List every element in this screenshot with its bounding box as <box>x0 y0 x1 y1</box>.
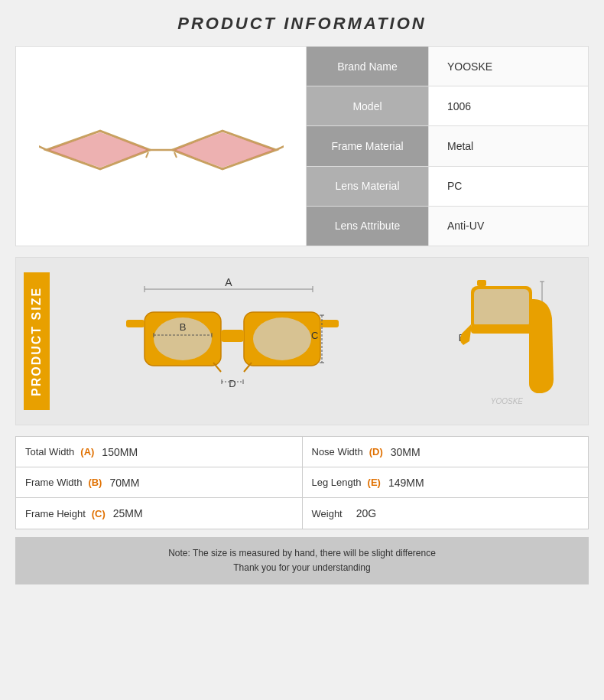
nose-width-label: Nose Width <box>312 446 363 457</box>
label-lens-material: Lens Material <box>307 167 429 206</box>
svg-rect-19 <box>320 320 339 327</box>
meas-cell-frame-height: Frame Height (C) 25MM <box>16 498 303 529</box>
product-image-box <box>16 47 307 246</box>
svg-marker-1 <box>48 132 148 168</box>
meas-cell-frame-width: Frame Width (B) 70MM <box>16 467 303 497</box>
svg-rect-18 <box>126 320 145 327</box>
svg-line-8 <box>174 152 177 158</box>
svg-line-5 <box>39 145 47 150</box>
label-brand: Brand Name <box>307 47 429 86</box>
label-lens-attribute: Lens Attribute <box>307 207 429 246</box>
note-box: Note: The size is measured by hand, ther… <box>15 537 589 584</box>
leg-length-value: 149MM <box>388 477 424 489</box>
meas-cell-nose-width: Nose Width (D) 30MM <box>303 437 589 467</box>
size-section: PRODUCT SIZE A <box>15 257 589 425</box>
meas-row-2: Frame Width (B) 70MM Leg Length (E) 149M… <box>16 467 588 498</box>
total-width-label: Total Width <box>25 446 74 457</box>
svg-marker-3 <box>174 132 274 168</box>
svg-rect-41 <box>471 324 532 334</box>
meas-row-3: Frame Height (C) 25MM Weight 20G <box>16 498 588 529</box>
value-lens-attribute: Anti-UV <box>429 207 588 246</box>
top-section: Brand Name YOOSKE Model 1006 Frame Mater… <box>15 46 589 246</box>
note-line2: Thank you for your understanding <box>31 561 573 575</box>
svg-line-7 <box>146 152 148 158</box>
leg-length-letter: (E) <box>368 477 381 488</box>
info-row-brand: Brand Name YOOSKE <box>307 47 588 86</box>
svg-text:D: D <box>229 378 235 389</box>
info-table: Brand Name YOOSKE Model 1006 Frame Mater… <box>307 47 588 246</box>
svg-line-6 <box>276 145 284 150</box>
value-frame-material: Metal <box>429 126 588 165</box>
total-width-letter: (A) <box>80 446 94 457</box>
total-width-value: 150MM <box>102 446 138 458</box>
nose-width-letter: (D) <box>369 446 383 457</box>
svg-text:A: A <box>225 276 232 288</box>
frame-width-value: 70MM <box>109 477 139 489</box>
frame-width-letter: (B) <box>88 477 102 488</box>
glasses-side-svg: E YOOSKE <box>416 272 569 410</box>
info-row-model: Model 1006 <box>307 86 588 126</box>
frame-height-letter: (C) <box>92 508 106 519</box>
svg-rect-17 <box>221 330 244 342</box>
value-brand: YOOSKE <box>429 47 588 86</box>
label-model: Model <box>307 86 429 125</box>
svg-rect-40 <box>474 289 529 327</box>
nose-width-value: 30MM <box>391 446 421 458</box>
page-title: PRODUCT INFORMATION <box>15 14 589 34</box>
svg-text:B: B <box>180 321 187 333</box>
frame-height-value: 25MM <box>113 507 143 519</box>
value-model: 1006 <box>429 86 588 125</box>
value-lens-material: PC <box>429 167 588 206</box>
weight-value: 20G <box>356 507 376 519</box>
svg-text:YOOSKE: YOOSKE <box>491 397 524 405</box>
weight-label: Weight <box>312 508 343 519</box>
svg-point-16 <box>253 317 311 360</box>
meas-cell-leg-length: Leg Length (E) 149MM <box>303 467 589 497</box>
frame-height-label: Frame Height <box>25 508 86 519</box>
measurements-table: Total Width (A) 150MM Nose Width (D) 30M… <box>15 436 589 529</box>
product-image <box>39 108 284 184</box>
svg-text:C: C <box>311 330 318 341</box>
info-row-lens-attribute: Lens Attribute Anti-UV <box>307 207 588 246</box>
meas-row-1: Total Width (A) 150MM Nose Width (D) 30M… <box>16 437 588 467</box>
info-row-frame-material: Frame Material Metal <box>307 126 588 166</box>
note-line1: Note: The size is measured by hand, ther… <box>31 546 573 561</box>
glasses-side-diagram: E YOOSKE <box>404 272 580 410</box>
info-row-lens-material: Lens Material PC <box>307 167 588 207</box>
leg-length-label: Leg Length <box>312 477 362 488</box>
meas-cell-total-width: Total Width (A) 150MM <box>16 437 303 467</box>
meas-cell-weight: Weight 20G <box>303 498 589 529</box>
label-frame-material: Frame Material <box>307 126 429 165</box>
glasses-front-svg: A <box>114 272 351 410</box>
glasses-front-diagram: A <box>60 272 404 410</box>
product-size-label: PRODUCT SIZE <box>24 272 50 410</box>
svg-rect-38 <box>477 280 486 286</box>
frame-width-label: Frame Width <box>25 477 82 488</box>
